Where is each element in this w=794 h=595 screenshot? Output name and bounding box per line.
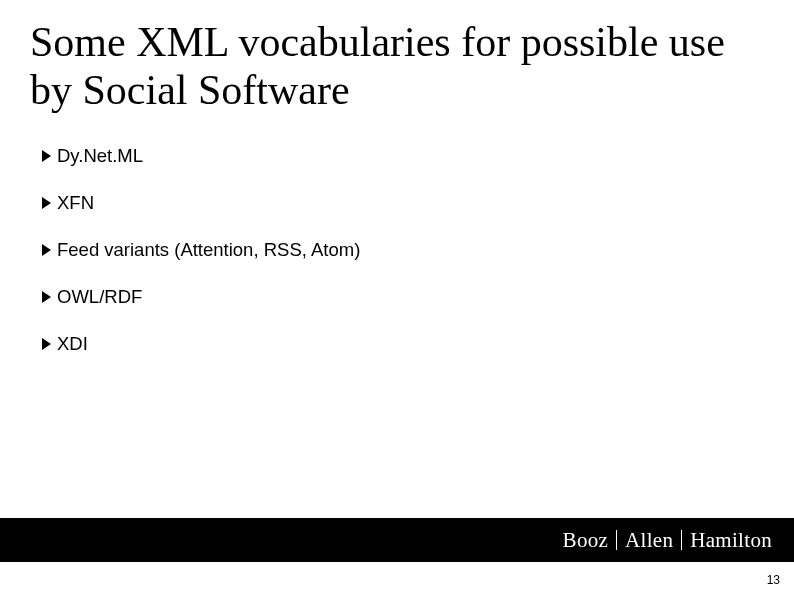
bullet-text: XDI xyxy=(57,333,88,355)
logo-part: Hamilton xyxy=(690,528,772,553)
separator-icon xyxy=(616,530,617,550)
list-item: XFN xyxy=(42,192,794,214)
slide-title: Some XML vocabularies for possible use b… xyxy=(0,0,794,115)
bullet-icon xyxy=(42,291,51,303)
bullet-icon xyxy=(42,244,51,256)
bullet-icon xyxy=(42,150,51,162)
bullet-text: XFN xyxy=(57,192,94,214)
separator-icon xyxy=(681,530,682,550)
page-number: 13 xyxy=(767,573,780,587)
bullet-icon xyxy=(42,338,51,350)
bullet-text: Feed variants (Attention, RSS, Atom) xyxy=(57,239,360,261)
bullet-list: Dy.Net.ML XFN Feed variants (Attention, … xyxy=(0,115,794,355)
slide: Some XML vocabularies for possible use b… xyxy=(0,0,794,595)
bullet-icon xyxy=(42,197,51,209)
footer-logo: Booz Allen Hamilton xyxy=(563,528,772,553)
list-item: Dy.Net.ML xyxy=(42,145,794,167)
bullet-text: OWL/RDF xyxy=(57,286,142,308)
list-item: Feed variants (Attention, RSS, Atom) xyxy=(42,239,794,261)
logo-part: Allen xyxy=(625,528,673,553)
footer-bar: Booz Allen Hamilton xyxy=(0,518,794,562)
bullet-text: Dy.Net.ML xyxy=(57,145,143,167)
logo-part: Booz xyxy=(563,528,609,553)
list-item: OWL/RDF xyxy=(42,286,794,308)
list-item: XDI xyxy=(42,333,794,355)
